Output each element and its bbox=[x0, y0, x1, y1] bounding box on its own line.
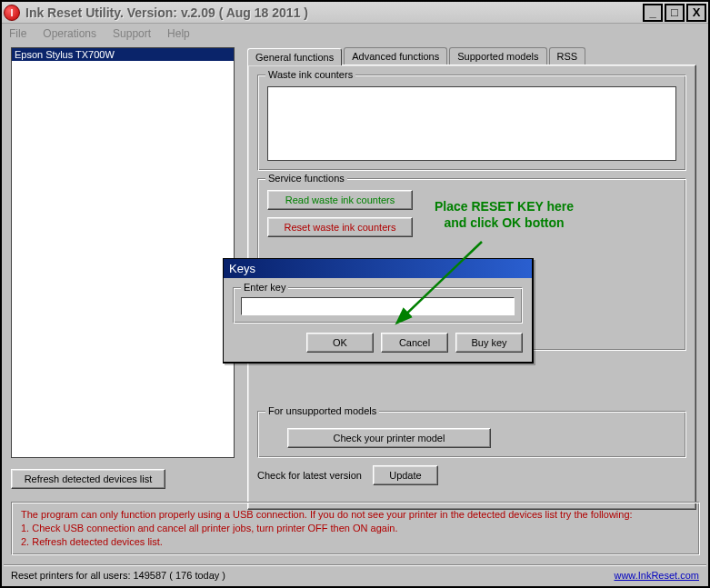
close-button[interactable]: X bbox=[686, 4, 706, 22]
app-window: I Ink Reset Utility. Version: v.2.09 ( A… bbox=[0, 0, 710, 588]
menu-support[interactable]: Support bbox=[113, 27, 151, 40]
update-button[interactable]: Update bbox=[373, 465, 438, 485]
titlebar: I Ink Reset Utility. Version: v.2.09 ( A… bbox=[2, 2, 708, 24]
group-waste-counters: Waste ink counters bbox=[257, 75, 686, 171]
dialog-title: Keys bbox=[224, 259, 532, 278]
dialog-buttons: OK Cancel Buy key bbox=[233, 333, 523, 353]
check-version-label: Check for latest version bbox=[257, 470, 362, 481]
refresh-devices-button[interactable]: Refresh detected devices list bbox=[11, 469, 165, 489]
check-model-button[interactable]: Check your printer model bbox=[287, 428, 491, 448]
dialog-body: Enter key OK Cancel Buy key bbox=[224, 278, 532, 362]
group-title-service: Service functions bbox=[265, 173, 347, 184]
reset-waste-button[interactable]: Reset waste ink counters bbox=[267, 217, 413, 237]
tab-advanced[interactable]: Advanced functions bbox=[344, 47, 447, 65]
tab-supported[interactable]: Supported models bbox=[449, 47, 546, 65]
status-bar: Reset printers for all users: 149587 ( 1… bbox=[4, 564, 706, 584]
enter-key-label: Enter key bbox=[241, 282, 288, 293]
menu-file[interactable]: File bbox=[9, 27, 26, 40]
group-title-unsupported: For unsupported models bbox=[265, 405, 379, 416]
status-link[interactable]: www.InkReset.com bbox=[614, 570, 699, 581]
app-icon: I bbox=[4, 5, 20, 21]
tab-general[interactable]: General functions bbox=[247, 48, 342, 65]
annotation-text: Place RESET KEY here and click OK botton bbox=[435, 198, 574, 231]
info-box: The program can only function properly u… bbox=[11, 502, 700, 555]
ok-button[interactable]: OK bbox=[306, 333, 374, 353]
menu-help[interactable]: Help bbox=[167, 27, 190, 40]
read-waste-button[interactable]: Read waste ink counters bbox=[267, 190, 413, 210]
device-list[interactable]: Epson Stylus TX700W bbox=[11, 47, 235, 458]
tab-rss[interactable]: RSS bbox=[549, 47, 586, 65]
group-unsupported: For unsupported models Check your printe… bbox=[257, 411, 686, 458]
group-title-waste: Waste ink counters bbox=[265, 69, 355, 80]
info-line-2: 1. Check USB connection and cancel all p… bbox=[21, 522, 690, 535]
check-version-row: Check for latest version Update bbox=[257, 465, 686, 485]
annotation-line-1: Place RESET KEY here bbox=[435, 198, 574, 214]
tab-row: General functions Advanced functions Sup… bbox=[247, 47, 696, 65]
maximize-button[interactable]: □ bbox=[665, 4, 685, 22]
status-text: Reset printers for all users: 149587 ( 1… bbox=[11, 570, 225, 581]
left-panel: Epson Stylus TX700W Refresh detected dev… bbox=[11, 47, 235, 489]
keys-dialog: Keys Enter key OK Cancel Buy key bbox=[223, 258, 534, 364]
info-line-1: The program can only function properly u… bbox=[21, 508, 690, 522]
waste-counters-box bbox=[267, 86, 676, 161]
minimize-button[interactable]: _ bbox=[643, 4, 663, 22]
cancel-button[interactable]: Cancel bbox=[381, 333, 448, 353]
menubar: File Operations Support Help bbox=[2, 24, 708, 44]
key-input[interactable] bbox=[241, 297, 515, 315]
window-title: Ink Reset Utility. Version: v.2.09 ( Aug… bbox=[25, 5, 643, 20]
device-item[interactable]: Epson Stylus TX700W bbox=[12, 48, 234, 61]
annotation-line-2: and click OK botton bbox=[435, 214, 574, 231]
enter-key-group: Enter key bbox=[233, 287, 523, 324]
info-line-3: 2. Refresh detected devices list. bbox=[21, 535, 690, 549]
menu-operations[interactable]: Operations bbox=[43, 27, 96, 40]
buy-key-button[interactable]: Buy key bbox=[455, 333, 523, 353]
